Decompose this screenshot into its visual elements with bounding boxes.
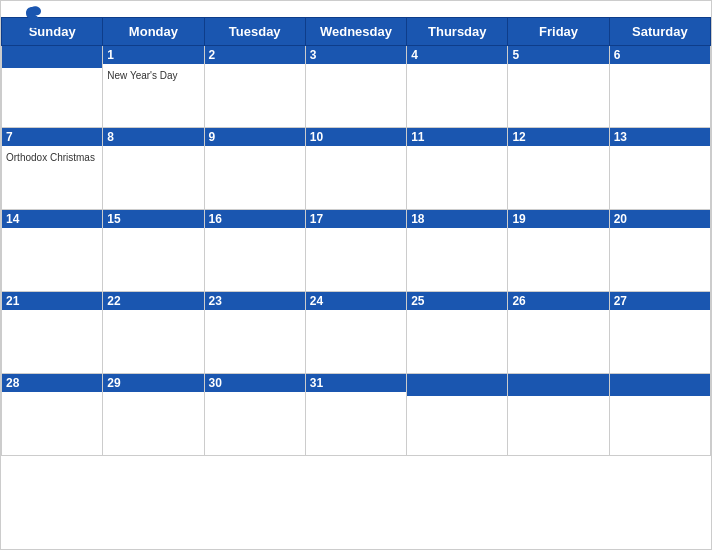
- day-number: 29: [107, 376, 199, 390]
- day-number: 18: [411, 212, 503, 226]
- holiday-name: New Year's Day: [107, 69, 199, 82]
- day-number: 10: [310, 130, 402, 144]
- calendar-cell: 1New Year's Day: [103, 46, 204, 128]
- calendar-cell: 19: [508, 210, 609, 292]
- day-number: 27: [614, 294, 706, 308]
- calendar-cell: 9: [204, 128, 305, 210]
- day-number: 17: [310, 212, 402, 226]
- calendar-cell: 26: [508, 292, 609, 374]
- header-saturday: Saturday: [609, 18, 710, 46]
- calendar-cell: 27: [609, 292, 710, 374]
- day-number: 19: [512, 212, 604, 226]
- day-number: 14: [6, 212, 98, 226]
- calendar-cell: 23: [204, 292, 305, 374]
- day-number: 28: [6, 376, 98, 390]
- day-number: 22: [107, 294, 199, 308]
- header-monday: Monday: [103, 18, 204, 46]
- calendar-cell: 10: [305, 128, 406, 210]
- day-number: 25: [411, 294, 503, 308]
- header-thursday: Thursday: [407, 18, 508, 46]
- day-number: 15: [107, 212, 199, 226]
- logo: [17, 9, 43, 31]
- calendar-cell: 22: [103, 292, 204, 374]
- day-number: 6: [614, 48, 706, 62]
- calendar-cell: 16: [204, 210, 305, 292]
- day-number: 1: [107, 48, 199, 62]
- calendar-grid: Sunday Monday Tuesday Wednesday Thursday…: [1, 17, 711, 456]
- day-number: 4: [411, 48, 503, 62]
- calendar-header: [1, 1, 711, 17]
- calendar-cell: 31: [305, 374, 406, 456]
- calendar-cell: 6: [609, 46, 710, 128]
- day-number: 23: [209, 294, 301, 308]
- calendar-week-2: 7Orthodox Christmas8910111213: [2, 128, 711, 210]
- calendar-week-5: 28293031: [2, 374, 711, 456]
- calendar-cell: 24: [305, 292, 406, 374]
- calendar-cell: 28: [2, 374, 103, 456]
- day-number: 13: [614, 130, 706, 144]
- calendar-container: Sunday Monday Tuesday Wednesday Thursday…: [0, 0, 712, 550]
- header-wednesday: Wednesday: [305, 18, 406, 46]
- calendar-week-3: 14151617181920: [2, 210, 711, 292]
- calendar-cell: 5: [508, 46, 609, 128]
- day-number: 8: [107, 130, 199, 144]
- day-number: 11: [411, 130, 503, 144]
- calendar-cell: [2, 46, 103, 128]
- holiday-name: Orthodox Christmas: [6, 151, 98, 164]
- day-number: 26: [512, 294, 604, 308]
- calendar-cell: [609, 374, 710, 456]
- weekday-header-row: Sunday Monday Tuesday Wednesday Thursday…: [2, 18, 711, 46]
- calendar-week-4: 21222324252627: [2, 292, 711, 374]
- day-number: 5: [512, 48, 604, 62]
- calendar-cell: [508, 374, 609, 456]
- calendar-cell: 12: [508, 128, 609, 210]
- header-friday: Friday: [508, 18, 609, 46]
- calendar-cell: 15: [103, 210, 204, 292]
- day-number: 7: [6, 130, 98, 144]
- calendar-week-1: 1New Year's Day23456: [2, 46, 711, 128]
- day-number: 30: [209, 376, 301, 390]
- calendar-cell: 17: [305, 210, 406, 292]
- calendar-cell: 4: [407, 46, 508, 128]
- day-number: 21: [6, 294, 98, 308]
- calendar-cell: 29: [103, 374, 204, 456]
- calendar-cell: 11: [407, 128, 508, 210]
- calendar-cell: 13: [609, 128, 710, 210]
- calendar-cell: [407, 374, 508, 456]
- day-number: 9: [209, 130, 301, 144]
- header-tuesday: Tuesday: [204, 18, 305, 46]
- calendar-cell: 3: [305, 46, 406, 128]
- logo-bird-icon: [21, 5, 43, 31]
- calendar-cell: 8: [103, 128, 204, 210]
- calendar-cell: 2: [204, 46, 305, 128]
- calendar-cell: 21: [2, 292, 103, 374]
- day-number: 2: [209, 48, 301, 62]
- calendar-cell: 18: [407, 210, 508, 292]
- calendar-cell: 20: [609, 210, 710, 292]
- day-number: 16: [209, 212, 301, 226]
- day-number: 12: [512, 130, 604, 144]
- day-number: 31: [310, 376, 402, 390]
- calendar-cell: 7Orthodox Christmas: [2, 128, 103, 210]
- calendar-cell: 30: [204, 374, 305, 456]
- day-number: 20: [614, 212, 706, 226]
- calendar-cell: 25: [407, 292, 508, 374]
- day-number: 3: [310, 48, 402, 62]
- day-number: 24: [310, 294, 402, 308]
- calendar-cell: 14: [2, 210, 103, 292]
